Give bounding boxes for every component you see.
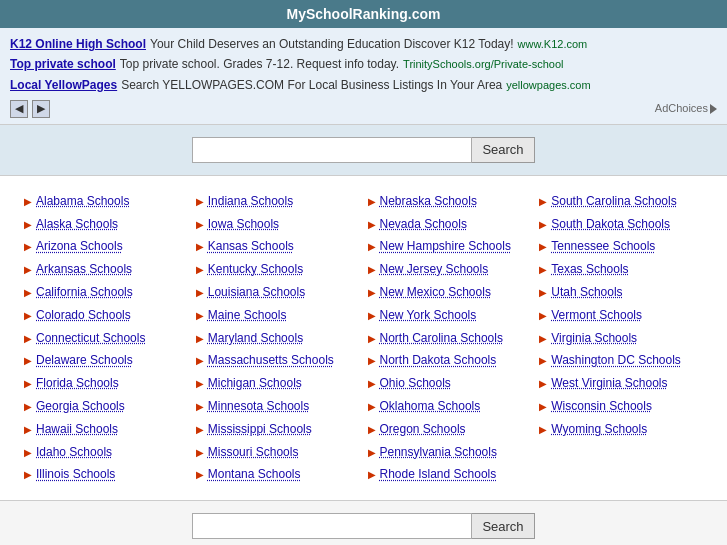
state-link[interactable]: New Mexico Schools xyxy=(380,284,491,301)
state-bullet-icon: ▶ xyxy=(368,309,376,323)
state-link[interactable]: Maine Schools xyxy=(208,307,287,324)
state-link[interactable]: Texas Schools xyxy=(551,261,628,278)
search-input-top[interactable] xyxy=(192,137,472,163)
state-link[interactable]: Pennsylvania Schools xyxy=(380,444,497,461)
state-bullet-icon: ▶ xyxy=(196,446,204,460)
search-button-bottom[interactable]: Search xyxy=(472,513,534,539)
search-button-bottom-label: Search xyxy=(482,519,523,534)
state-link[interactable]: California Schools xyxy=(36,284,133,301)
ad-text-3: Search YELLOWPAGES.COM For Local Busines… xyxy=(121,75,502,95)
ad-choices-icon xyxy=(710,104,717,114)
state-bullet-icon: ▶ xyxy=(196,309,204,323)
state-link[interactable]: New York Schools xyxy=(380,307,477,324)
state-link[interactable]: Louisiana Schools xyxy=(208,284,305,301)
state-link[interactable]: Iowa Schools xyxy=(208,216,279,233)
state-link[interactable]: Ohio Schools xyxy=(380,375,451,392)
state-link[interactable]: Oklahoma Schools xyxy=(380,398,481,415)
state-bullet-icon: ▶ xyxy=(24,446,32,460)
state-link[interactable]: Wisconsin Schools xyxy=(551,398,652,415)
state-link[interactable]: Massachusetts Schools xyxy=(208,352,334,369)
state-link[interactable]: Rhode Island Schools xyxy=(380,466,497,483)
state-link[interactable]: Alaska Schools xyxy=(36,216,118,233)
state-link[interactable]: New Jersey Schools xyxy=(380,261,489,278)
state-link[interactable]: Idaho Schools xyxy=(36,444,112,461)
state-link[interactable]: Missouri Schools xyxy=(208,444,299,461)
ad-text-1: Your Child Deserves an Outstanding Educa… xyxy=(150,34,514,54)
ad-navigation: ◀ ▶ AdChoices xyxy=(10,99,717,118)
state-link[interactable]: Connecticut Schools xyxy=(36,330,145,347)
state-item: ▶Colorado Schools xyxy=(24,304,188,327)
state-item: ▶Virginia Schools xyxy=(539,327,703,350)
search-input-bottom[interactable] xyxy=(192,513,472,539)
state-bullet-icon: ▶ xyxy=(539,309,547,323)
state-item: ▶Nevada Schools xyxy=(368,213,532,236)
state-link[interactable]: Kentucky Schools xyxy=(208,261,303,278)
state-link[interactable]: Alabama Schools xyxy=(36,193,129,210)
state-link[interactable]: North Dakota Schools xyxy=(380,352,497,369)
state-item: ▶Illinois Schools xyxy=(24,463,188,486)
state-link[interactable]: New Hampshire Schools xyxy=(380,238,511,255)
state-column-2: ▶Indiana Schools▶Iowa Schools▶Kansas Sch… xyxy=(192,190,364,486)
state-link[interactable]: Nevada Schools xyxy=(380,216,467,233)
state-item: ▶Michigan Schools xyxy=(196,372,360,395)
state-link[interactable]: Washington DC Schools xyxy=(551,352,681,369)
ad-url-1: www.K12.com xyxy=(518,35,588,54)
state-item: ▶Georgia Schools xyxy=(24,395,188,418)
state-bullet-icon: ▶ xyxy=(368,218,376,232)
state-link[interactable]: Delaware Schools xyxy=(36,352,133,369)
state-bullet-icon: ▶ xyxy=(368,400,376,414)
state-item: ▶North Carolina Schools xyxy=(368,327,532,350)
state-link[interactable]: Georgia Schools xyxy=(36,398,125,415)
state-bullet-icon: ▶ xyxy=(24,263,32,277)
ad-link-1[interactable]: K12 Online High School xyxy=(10,34,146,54)
state-bullet-icon: ▶ xyxy=(539,240,547,254)
state-item: ▶Massachusetts Schools xyxy=(196,349,360,372)
state-link[interactable]: Colorado Schools xyxy=(36,307,131,324)
state-link[interactable]: Utah Schools xyxy=(551,284,622,301)
state-bullet-icon: ▶ xyxy=(539,400,547,414)
ad-link-3[interactable]: Local YellowPages xyxy=(10,75,117,95)
state-link[interactable]: Mississippi Schools xyxy=(208,421,312,438)
state-item: ▶New Mexico Schools xyxy=(368,281,532,304)
state-bullet-icon: ▶ xyxy=(196,354,204,368)
state-link[interactable]: Oregon Schools xyxy=(380,421,466,438)
state-link[interactable]: Tennessee Schools xyxy=(551,238,655,255)
state-item: ▶Oregon Schools xyxy=(368,418,532,441)
state-link[interactable]: Indiana Schools xyxy=(208,193,293,210)
state-link[interactable]: Minnesota Schools xyxy=(208,398,309,415)
state-link[interactable]: Kansas Schools xyxy=(208,238,294,255)
state-link[interactable]: Montana Schools xyxy=(208,466,301,483)
state-link[interactable]: Virginia Schools xyxy=(551,330,637,347)
state-link[interactable]: South Dakota Schools xyxy=(551,216,670,233)
state-link[interactable]: Michigan Schools xyxy=(208,375,302,392)
state-item: ▶Washington DC Schools xyxy=(539,349,703,372)
state-link[interactable]: Illinois Schools xyxy=(36,466,115,483)
state-link[interactable]: Maryland Schools xyxy=(208,330,303,347)
state-item: ▶Montana Schools xyxy=(196,463,360,486)
ad-next-button[interactable]: ▶ xyxy=(32,100,50,118)
state-bullet-icon: ▶ xyxy=(368,240,376,254)
state-bullet-icon: ▶ xyxy=(368,446,376,460)
state-link[interactable]: South Carolina Schools xyxy=(551,193,676,210)
state-item: ▶Oklahoma Schools xyxy=(368,395,532,418)
state-item: ▶Arkansas Schools xyxy=(24,258,188,281)
state-link[interactable]: North Carolina Schools xyxy=(380,330,503,347)
state-link[interactable]: Hawaii Schools xyxy=(36,421,118,438)
state-link[interactable]: Vermont Schools xyxy=(551,307,642,324)
state-link[interactable]: Nebraska Schools xyxy=(380,193,477,210)
state-item: ▶New Jersey Schools xyxy=(368,258,532,281)
ad-url-3: yellowpages.com xyxy=(506,76,590,95)
state-item: ▶Connecticut Schools xyxy=(24,327,188,350)
state-link[interactable]: Arizona Schools xyxy=(36,238,123,255)
ad-link-2[interactable]: Top private school xyxy=(10,54,116,74)
search-button-top[interactable]: Search xyxy=(472,137,534,163)
ad-prev-button[interactable]: ◀ xyxy=(10,100,28,118)
state-bullet-icon: ▶ xyxy=(196,263,204,277)
state-link[interactable]: Florida Schools xyxy=(36,375,119,392)
state-item: ▶New Hampshire Schools xyxy=(368,235,532,258)
state-link[interactable]: Wyoming Schools xyxy=(551,421,647,438)
state-link[interactable]: West Virginia Schools xyxy=(551,375,667,392)
state-link[interactable]: Arkansas Schools xyxy=(36,261,132,278)
state-bullet-icon: ▶ xyxy=(24,309,32,323)
state-item: ▶Utah Schools xyxy=(539,281,703,304)
